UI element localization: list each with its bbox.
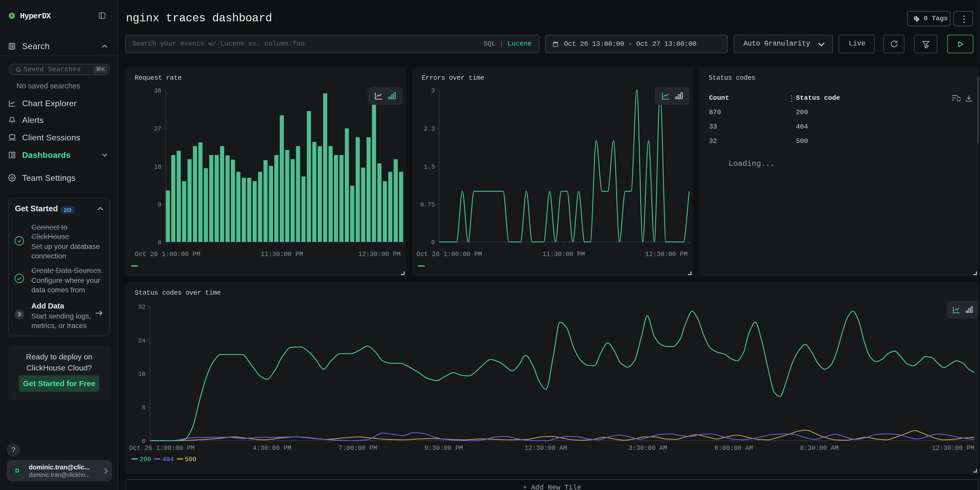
svg-text:6:00:00 AM: 6:00:00 AM — [714, 444, 753, 452]
svg-text:12:30:00 AM: 12:30:00 AM — [525, 444, 567, 452]
svg-text:3: 3 — [431, 88, 435, 94]
svg-text:9:30:00 PM: 9:30:00 PM — [425, 444, 463, 452]
svg-text:12:30:00 PM: 12:30:00 PM — [932, 444, 974, 452]
svg-text:404: 404 — [162, 456, 174, 463]
svg-text:0: 0 — [142, 438, 145, 445]
svg-text:3:30:00 AM: 3:30:00 AM — [628, 444, 667, 452]
svg-text:Oct 26 1:00:00 PM: Oct 26 1:00:00 PM — [129, 444, 195, 452]
svg-text:0: 0 — [431, 239, 435, 246]
svg-text:12:30:00 PM: 12:30:00 PM — [358, 251, 401, 258]
svg-text:32: 32 — [138, 304, 145, 310]
svg-text:7:00:00 PM: 7:00:00 PM — [339, 444, 377, 452]
svg-text:11:30:00 PM: 11:30:00 PM — [542, 251, 585, 258]
svg-text:24: 24 — [138, 337, 145, 344]
svg-text:8: 8 — [142, 404, 145, 411]
svg-text:36: 36 — [154, 88, 161, 94]
svg-text:8:30:00 AM: 8:30:00 AM — [800, 444, 838, 452]
svg-text:16: 16 — [138, 371, 145, 378]
svg-text:200: 200 — [140, 456, 151, 463]
svg-text:1.5: 1.5 — [424, 164, 435, 170]
svg-text:500: 500 — [185, 456, 196, 463]
svg-text:9: 9 — [158, 201, 161, 208]
svg-text:11:30:00 PM: 11:30:00 PM — [261, 251, 303, 258]
svg-text:27: 27 — [154, 126, 161, 132]
svg-text:2.3: 2.3 — [424, 126, 435, 132]
svg-text:4:30:00 PM: 4:30:00 PM — [253, 444, 291, 452]
svg-text:Oct 26 1:00:00 PM: Oct 26 1:00:00 PM — [135, 251, 200, 258]
svg-text:12:30:00 PM: 12:30:00 PM — [645, 251, 687, 258]
svg-text:Oct 26 1:00:00 PM: Oct 26 1:00:00 PM — [417, 251, 482, 258]
svg-text:0.75: 0.75 — [420, 201, 435, 208]
svg-text:0: 0 — [158, 239, 161, 246]
svg-text:18: 18 — [154, 164, 161, 170]
